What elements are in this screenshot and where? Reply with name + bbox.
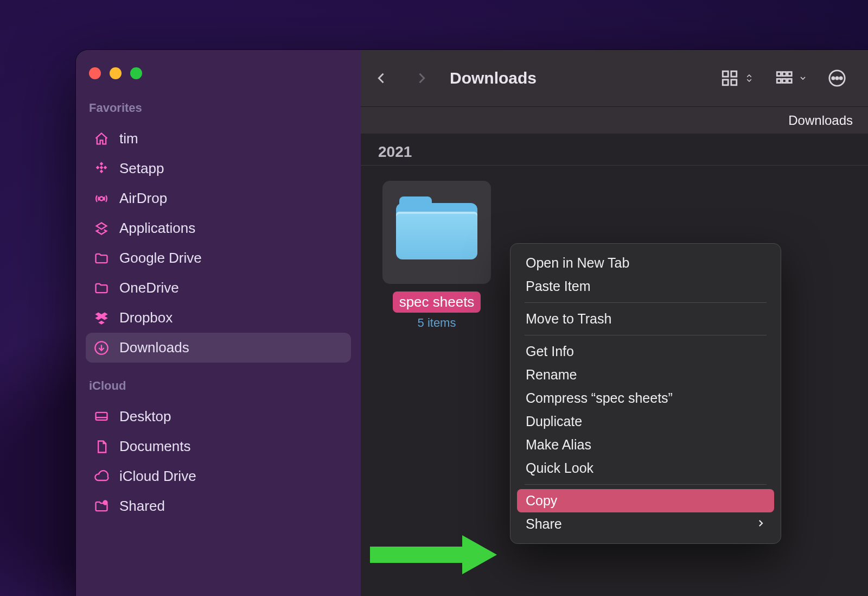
dropbox-icon (93, 310, 110, 326)
window-title: Downloads (450, 69, 537, 87)
svg-rect-13 (777, 72, 781, 76)
context-menu: Open in New Tab Paste Item Move to Trash… (510, 243, 781, 544)
sidebar-item-downloads[interactable]: Downloads (86, 333, 351, 363)
sidebar-item-setapp[interactable]: Setapp (86, 154, 351, 183)
cm-rename[interactable]: Rename (517, 363, 774, 386)
sidebar-item-label: Google Drive (119, 250, 202, 267)
forward-button[interactable] (404, 61, 439, 96)
sidebar-item-shared[interactable]: Shared (86, 491, 351, 521)
cm-make-alias[interactable]: Make Alias (517, 433, 774, 456)
cm-quick-look[interactable]: Quick Look (517, 456, 774, 480)
cm-duplicate[interactable]: Duplicate (517, 410, 774, 433)
svg-point-20 (832, 77, 834, 79)
svg-point-22 (840, 77, 842, 79)
toolbar: Downloads (361, 50, 868, 106)
sidebar-item-label: iCloud Drive (119, 468, 196, 485)
sidebar-section-icloud: iCloud (89, 379, 351, 393)
document-icon (93, 439, 110, 455)
svg-point-5 (100, 196, 104, 200)
zoom-window-button[interactable] (130, 67, 142, 79)
chevron-right-icon (756, 517, 765, 531)
cm-paste-item[interactable]: Paste Item (517, 275, 774, 298)
sidebar-item-label: AirDrop (119, 190, 167, 207)
cm-separator (525, 484, 767, 485)
svg-point-21 (836, 77, 838, 79)
sidebar: Favorites tim Setapp AirDrop Application… (76, 50, 361, 596)
downloads-icon (93, 340, 110, 356)
svg-rect-1 (96, 166, 100, 169)
cm-get-info[interactable]: Get Info (517, 340, 774, 363)
svg-rect-16 (777, 79, 781, 83)
sidebar-item-label: tim (119, 130, 138, 147)
more-actions-button[interactable] (820, 61, 854, 96)
svg-rect-14 (782, 72, 786, 76)
sidebar-item-icloud-drive[interactable]: iCloud Drive (86, 461, 351, 491)
svg-rect-0 (100, 162, 104, 166)
icon-view-button[interactable] (713, 61, 762, 96)
path-bar: Downloads (361, 106, 868, 134)
cm-move-to-trash[interactable]: Move to Trash (517, 307, 774, 331)
cm-separator (525, 302, 767, 303)
svg-rect-3 (100, 166, 104, 169)
setapp-icon (93, 161, 110, 177)
sidebar-item-dropbox[interactable]: Dropbox (86, 303, 351, 333)
svg-rect-12 (731, 80, 737, 85)
path-location[interactable]: Downloads (788, 113, 853, 128)
shared-folder-icon (93, 498, 110, 515)
file-item-count: 5 items (382, 316, 491, 330)
cm-open-new-tab[interactable]: Open in New Tab (517, 251, 774, 275)
group-header: 2021 (361, 134, 868, 166)
file-name[interactable]: spec sheets (393, 291, 481, 313)
sidebar-item-label: Documents (119, 438, 191, 455)
sidebar-item-onedrive[interactable]: OneDrive (86, 273, 351, 303)
svg-rect-9 (723, 71, 728, 77)
sidebar-section-favorites: Favorites (89, 101, 351, 115)
cm-separator (525, 335, 767, 335)
applications-icon (93, 220, 110, 237)
back-button[interactable] (364, 61, 399, 96)
cloud-icon (93, 468, 110, 485)
group-by-button[interactable] (767, 61, 815, 96)
svg-rect-7 (96, 412, 107, 420)
svg-rect-4 (100, 169, 104, 173)
sidebar-item-home[interactable]: tim (86, 124, 351, 154)
home-icon (93, 131, 110, 147)
sidebar-item-label: Downloads (119, 339, 189, 356)
svg-rect-2 (104, 166, 107, 169)
sidebar-item-label: Shared (119, 498, 165, 515)
folder-icon (93, 250, 110, 267)
folder-icon (93, 280, 110, 296)
svg-rect-15 (788, 72, 792, 76)
folder-icon (396, 200, 477, 265)
svg-rect-17 (782, 79, 786, 83)
cm-copy[interactable]: Copy (517, 489, 774, 512)
close-window-button[interactable] (89, 67, 101, 79)
sidebar-item-documents[interactable]: Documents (86, 432, 351, 461)
sidebar-item-label: Dropbox (119, 309, 173, 326)
sidebar-item-airdrop[interactable]: AirDrop (86, 183, 351, 213)
file-item-spec-sheets[interactable]: spec sheets 5 items (382, 181, 491, 330)
desktop-icon (93, 409, 110, 425)
window-controls (89, 67, 351, 79)
sidebar-item-applications[interactable]: Applications (86, 213, 351, 243)
svg-rect-10 (731, 71, 737, 77)
svg-rect-11 (723, 80, 728, 85)
folder-thumbnail (382, 181, 491, 284)
svg-rect-18 (788, 79, 792, 83)
cm-compress[interactable]: Compress “spec sheets” (517, 386, 774, 410)
airdrop-icon (93, 191, 110, 207)
sidebar-item-label: OneDrive (119, 280, 179, 296)
sidebar-item-label: Applications (119, 220, 195, 237)
sidebar-item-label: Desktop (119, 408, 171, 425)
sidebar-item-desktop[interactable]: Desktop (86, 402, 351, 432)
sidebar-item-label: Setapp (119, 160, 164, 177)
svg-point-8 (104, 500, 107, 504)
cm-share[interactable]: Share (517, 512, 774, 536)
minimize-window-button[interactable] (110, 67, 122, 79)
sidebar-item-google-drive[interactable]: Google Drive (86, 243, 351, 273)
